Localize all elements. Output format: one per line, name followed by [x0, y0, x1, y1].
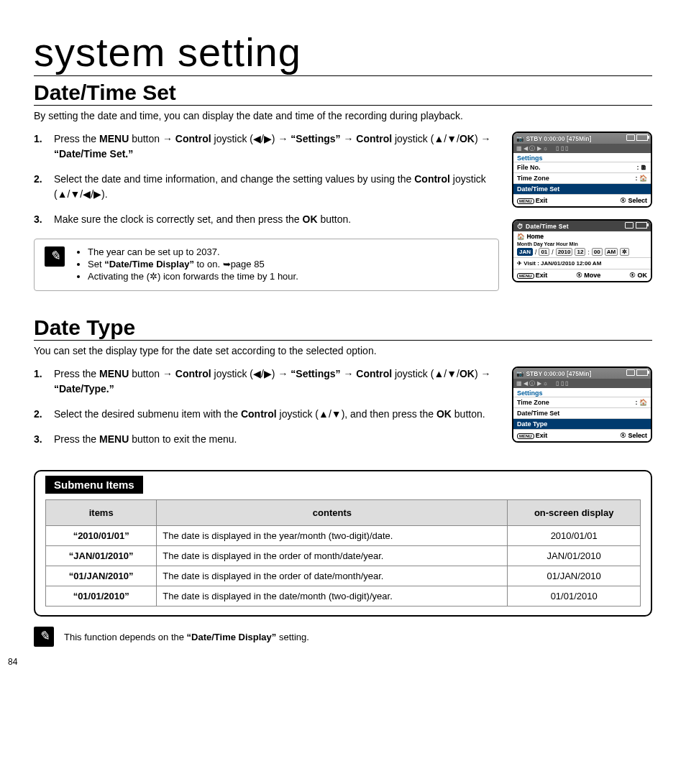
page-title: system setting	[34, 29, 652, 76]
screen-datetime-set: ⏱ Date/Time Set 🏠 Home Month Day Year Ho…	[512, 219, 652, 282]
table-row: “01/JAN/2010”The date is displayed in th…	[46, 566, 641, 586]
screen-item-fileno: File No.: 🗎	[513, 162, 651, 172]
screen-item-datetype: Date Type	[513, 418, 651, 429]
section-title-datetime: Date/Time Set	[34, 80, 652, 106]
section-intro-datetype: You can set the display type for the dat…	[34, 345, 652, 356]
screen-item-datetime: Date/Time Set	[513, 183, 651, 194]
screen-item-timezone: Time Zone: 🏠	[513, 172, 651, 183]
table-row: “01/01/2010”The date is displayed in the…	[46, 586, 641, 607]
steps-datetype: Press the MENU button → Control joystick…	[34, 366, 499, 447]
th-items: items	[46, 500, 157, 526]
screen-dt-labels: Month Day Year Hour Min	[513, 241, 651, 246]
dt-step-3: Press the MENU button to exit the menu.	[34, 432, 499, 447]
screen-stby-2: STBY 0:00:00 [475Min]	[526, 370, 591, 377]
screen-settings-2: 📷 STBY 0:00:00 [475Min] ▦ ◀ ⓘ ▶ ☼ ▯ ▯ ▯ …	[512, 366, 652, 443]
footnote: This function depends on the “Date/Time …	[34, 627, 652, 647]
screen-settings-label-1: Settings	[513, 153, 651, 162]
th-contents: contents	[157, 500, 508, 526]
note-box-datetime: The year can be set up to 2037. Set “Dat…	[34, 239, 499, 291]
screen-select-1: Select	[628, 197, 647, 204]
section-title-datetype: Date Type	[34, 315, 652, 341]
screen-item-datetime-2: Date/Time Set	[513, 407, 651, 418]
note-3: Activating the (✲) icon forwards the tim…	[88, 271, 298, 282]
screen-dt-exit: Exit	[536, 272, 548, 279]
footnote-text: This function depends on the “Date/Time …	[64, 632, 309, 642]
screen-dt-title: Date/Time Set	[526, 223, 569, 230]
table-row: “2010/01/01”The date is displayed in the…	[46, 526, 641, 546]
screen-select-2: Select	[628, 432, 647, 439]
screen-exit-2: Exit	[536, 432, 548, 439]
table-row: “JAN/01/2010”The date is displayed in th…	[46, 546, 641, 566]
screen-dt-home: 🏠 Home	[513, 231, 651, 241]
note-icon	[45, 246, 65, 267]
note-icon	[34, 627, 54, 647]
step-1: Press the MENU button → Control joystick…	[34, 132, 499, 162]
th-osd: on-screen display	[508, 500, 641, 526]
screen-exit-1: Exit	[536, 197, 548, 204]
screen-settings-1: 📷 STBY 0:00:00 [475Min] ▦ ◀ ⓘ ▶ ☼ ▯ ▯ ▯ …	[512, 132, 652, 208]
submenu-box: Submenu Items items contents on-screen d…	[34, 470, 652, 617]
dt-step-2: Select the desired submenu item with the…	[34, 407, 499, 422]
note-2: Set “Date/Time Display” to on. ➥page 85	[88, 259, 298, 269]
dt-step-1: Press the MENU button → Control joystick…	[34, 366, 499, 397]
step-3: Make sure the clock is correctly set, an…	[34, 212, 499, 227]
screen-dt-ok: OK	[637, 272, 647, 279]
steps-datetime: Press the MENU button → Control joystick…	[34, 132, 499, 227]
screen-item-timezone-2: Time Zone: 🏠	[513, 397, 651, 407]
step-2: Select the date and time information, an…	[34, 172, 499, 202]
screen-dt-move: Move	[584, 272, 600, 279]
section-intro-datetime: By setting the date and time, you can di…	[34, 110, 652, 121]
submenu-table: items contents on-screen display “2010/0…	[45, 499, 641, 607]
submenu-tab: Submenu Items	[45, 476, 143, 494]
screen-dt-visit: ✈ Visit : JAN/01/2010 12:00 AM	[513, 257, 651, 269]
note-1: The year can be set up to 2037.	[88, 246, 298, 257]
screen-settings-label-2: Settings	[513, 388, 651, 397]
screen-stby-1: STBY 0:00:00 [475Min]	[526, 135, 591, 142]
page-number: 84	[8, 657, 17, 667]
screen-dt-fields: JAN/01/2010 12:00 AM✲	[513, 246, 651, 257]
